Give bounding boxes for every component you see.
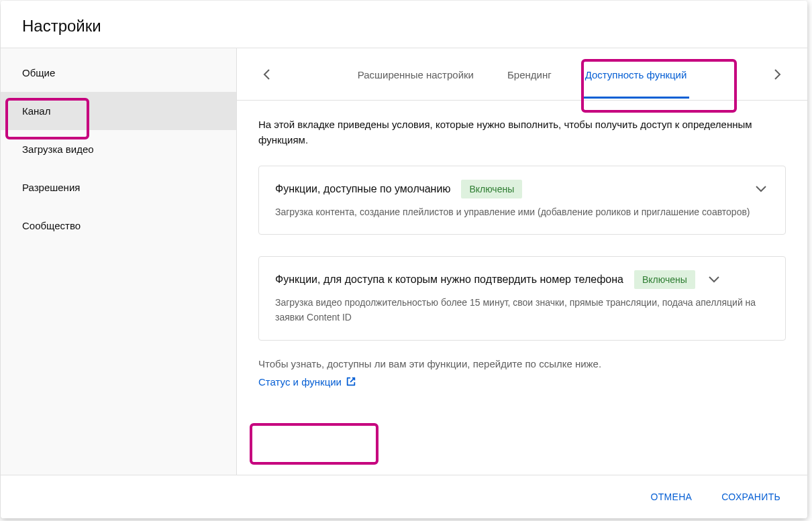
save-button[interactable]: СОХРАНИТЬ <box>711 485 791 509</box>
modal-header: Настройки <box>1 1 807 48</box>
sidebar-item-general[interactable]: Общие <box>1 54 236 92</box>
content-scroll[interactable]: На этой вкладке приведены условия, котор… <box>237 101 807 475</box>
status-badge-enabled: Включены <box>461 180 522 198</box>
status-badge-enabled: Включены <box>634 270 695 289</box>
expand-toggle[interactable] <box>753 181 769 197</box>
tab-feature-eligibility[interactable]: Доступность функций <box>582 50 690 99</box>
content-area: Расширенные настройки Брендинг Доступнос… <box>237 48 807 475</box>
chevron-down-icon <box>756 186 766 192</box>
card-description: Загрузка видео продолжительностью более … <box>275 296 769 325</box>
footer-help-text: Чтобы узнать, доступны ли вам эти функци… <box>258 358 786 369</box>
modal-footer: ОТМЕНА СОХРАНИТЬ <box>1 475 807 518</box>
external-link-icon <box>346 376 356 387</box>
settings-modal: Настройки Общие Канал Загрузка видео Раз… <box>1 1 807 518</box>
card-head: Функции, доступные по умолчанию Включены <box>275 180 769 198</box>
cancel-button[interactable]: ОТМЕНА <box>640 485 703 509</box>
sidebar-item-community[interactable]: Сообщество <box>1 207 236 245</box>
tabs-scroll-right-button[interactable] <box>764 61 791 88</box>
tabs-row: Расширенные настройки Брендинг Доступнос… <box>237 48 807 101</box>
sidebar-item-upload[interactable]: Загрузка видео <box>1 130 236 168</box>
card-title: Функции, для доступа к которым нужно под… <box>275 272 623 288</box>
status-and-features-link[interactable]: Статус и функции <box>258 376 356 388</box>
chevron-down-icon <box>709 276 719 283</box>
card-description: Загрузка контента, создание плейлистов и… <box>275 205 769 220</box>
modal-body: Общие Канал Загрузка видео Разрешения Со… <box>1 48 807 475</box>
link-label: Статус и функции <box>258 376 342 388</box>
tabs-scroll-left-button[interactable] <box>253 61 280 88</box>
modal-title: Настройки <box>22 17 786 36</box>
expand-toggle[interactable] <box>706 272 722 288</box>
chevron-left-icon <box>263 69 270 80</box>
tab-branding[interactable]: Брендинг <box>505 50 554 99</box>
sidebar-item-channel[interactable]: Канал <box>1 92 236 130</box>
chevron-right-icon <box>774 69 781 80</box>
sidebar-item-permissions[interactable]: Разрешения <box>1 168 236 207</box>
intro-text: На этой вкладке приведены условия, котор… <box>258 117 786 148</box>
card-title: Функции, доступные по умолчанию <box>275 181 450 197</box>
settings-sidebar: Общие Канал Загрузка видео Разрешения Со… <box>1 48 237 475</box>
tabs-list: Расширенные настройки Брендинг Доступнос… <box>280 50 764 99</box>
feature-card-default: Функции, доступные по умолчанию Включены… <box>258 166 786 235</box>
card-head: Функции, для доступа к которым нужно под… <box>275 270 769 289</box>
feature-card-phone-verified: Функции, для доступа к которым нужно под… <box>258 256 786 340</box>
tab-advanced-settings[interactable]: Расширенные настройки <box>355 50 476 99</box>
